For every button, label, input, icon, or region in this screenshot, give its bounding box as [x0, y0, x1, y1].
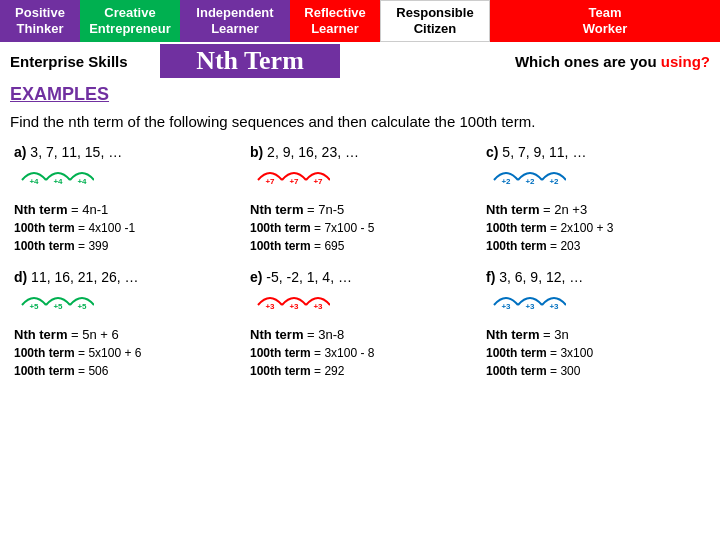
- tab-independent-label: IndependentLearner: [196, 5, 273, 36]
- calc-lines-f: 100th term = 3x100 100th term = 300: [486, 344, 706, 380]
- svg-text:+3: +3: [289, 302, 299, 311]
- tab-positive-label: PositiveThinker: [15, 5, 65, 36]
- svg-text:+4: +4: [29, 177, 39, 186]
- tab-independent[interactable]: IndependentLearner: [180, 0, 290, 42]
- seq-cell-a: a) 3, 7, 11, 15, … +4+4+4 Nth term = 4n-…: [6, 140, 242, 265]
- svg-text:+7: +7: [289, 177, 299, 186]
- seq-cell-b: b) 2, 9, 16, 23, … +7+7+7 Nth term = 7n-…: [242, 140, 478, 265]
- nth-term-e: Nth term = 3n-8: [250, 327, 470, 342]
- svg-text:+2: +2: [501, 177, 511, 186]
- tab-reflective-label: ReflectiveLearner: [304, 5, 365, 36]
- tab-creative[interactable]: CreativeEntrepreneur: [80, 0, 180, 42]
- seq-label-b: b) 2, 9, 16, 23, …: [250, 144, 470, 160]
- svg-text:+5: +5: [53, 302, 63, 311]
- svg-text:+3: +3: [501, 302, 511, 311]
- svg-text:+7: +7: [265, 177, 275, 186]
- enterprise-skills-label: Enterprise Skills: [0, 53, 160, 70]
- tab-team[interactable]: TeamWorker: [490, 0, 720, 42]
- second-row: Enterprise Skills Nth Term Which ones ar…: [0, 42, 720, 80]
- svg-text:+2: +2: [549, 177, 559, 186]
- tab-team-label: TeamWorker: [583, 5, 628, 36]
- svg-text:+5: +5: [29, 302, 39, 311]
- svg-text:+3: +3: [525, 302, 535, 311]
- svg-text:+4: +4: [53, 177, 63, 186]
- nth-term-f: Nth term = 3n: [486, 327, 706, 342]
- seq-cell-d: d) 11, 16, 21, 26, … +5+5+5 Nth term = 5…: [6, 265, 242, 390]
- svg-text:+5: +5: [77, 302, 87, 311]
- calc-lines-b: 100th term = 7x100 - 5 100th term = 695: [250, 219, 470, 255]
- seq-label-c: c) 5, 7, 9, 11, …: [486, 144, 706, 160]
- tab-positive[interactable]: PositiveThinker: [0, 0, 80, 42]
- svg-text:+7: +7: [313, 177, 323, 186]
- svg-text:+3: +3: [313, 302, 323, 311]
- tab-reflective[interactable]: ReflectiveLearner: [290, 0, 380, 42]
- nth-term-a: Nth term = 4n-1: [14, 202, 234, 217]
- sequences-grid: a) 3, 7, 11, 15, … +4+4+4 Nth term = 4n-…: [0, 140, 720, 390]
- svg-text:+4: +4: [77, 177, 87, 186]
- which-ones-text: Which ones are you using?: [340, 53, 720, 70]
- tab-responsible[interactable]: ResponsibleCitizen: [380, 0, 490, 42]
- seq-cell-c: c) 5, 7, 9, 11, … +2+2+2 Nth term = 2n +…: [478, 140, 714, 265]
- seq-cell-e: e) -5, -2, 1, 4, … +3+3+3 Nth term = 3n-…: [242, 265, 478, 390]
- calc-lines-c: 100th term = 2x100 + 3 100th term = 203: [486, 219, 706, 255]
- tab-responsible-label: ResponsibleCitizen: [396, 5, 473, 36]
- examples-label: EXAMPLES: [10, 84, 109, 104]
- svg-text:+3: +3: [549, 302, 559, 311]
- top-tabs: PositiveThinker CreativeEntrepreneur Ind…: [0, 0, 720, 42]
- seq-label-f: f) 3, 6, 9, 12, …: [486, 269, 706, 285]
- seq-cell-f: f) 3, 6, 9, 12, … +3+3+3 Nth term = 3n 1…: [478, 265, 714, 390]
- seq-label-d: d) 11, 16, 21, 26, …: [14, 269, 234, 285]
- instruction-text: Find the nth term of the following seque…: [0, 107, 720, 140]
- seq-label-a: a) 3, 7, 11, 15, …: [14, 144, 234, 160]
- calc-lines-d: 100th term = 5x100 + 6 100th term = 506: [14, 344, 234, 380]
- nth-term-b: Nth term = 7n-5: [250, 202, 470, 217]
- calc-lines-a: 100th term = 4x100 -1 100th term = 399: [14, 219, 234, 255]
- page-title: Nth Term: [160, 44, 340, 78]
- calc-lines-e: 100th term = 3x100 - 8 100th term = 292: [250, 344, 470, 380]
- svg-text:+3: +3: [265, 302, 275, 311]
- seq-label-e: e) -5, -2, 1, 4, …: [250, 269, 470, 285]
- nth-term-d: Nth term = 5n + 6: [14, 327, 234, 342]
- examples-section: EXAMPLES: [0, 80, 720, 107]
- nth-term-c: Nth term = 2n +3: [486, 202, 706, 217]
- svg-text:+2: +2: [525, 177, 535, 186]
- tab-creative-label: CreativeEntrepreneur: [89, 5, 171, 36]
